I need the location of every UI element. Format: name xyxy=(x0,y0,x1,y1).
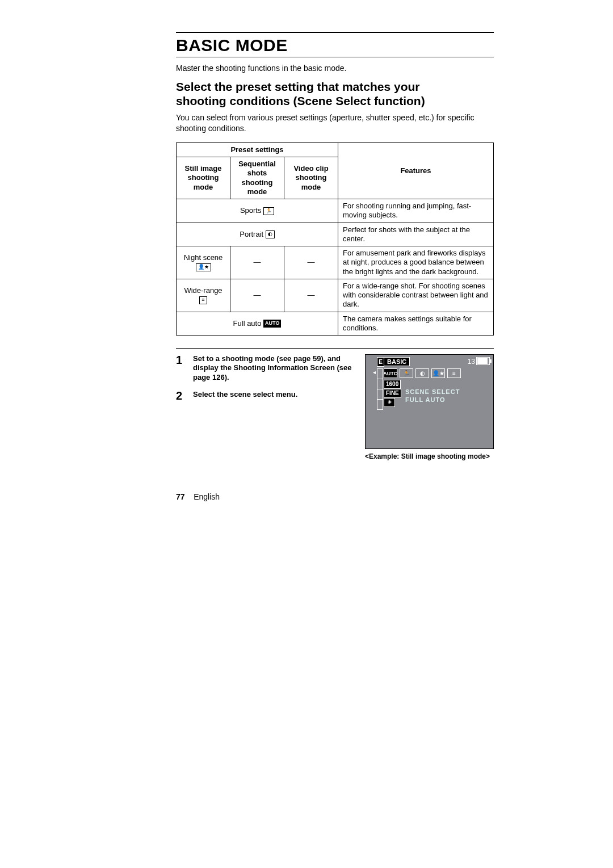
cell-sports-label: Sports 🏃 xyxy=(177,199,338,223)
header-seq: Sequential shots shooting mode xyxy=(230,157,284,199)
lcd-ico-portrait-icon: ◐ xyxy=(415,368,429,378)
rule-under-title xyxy=(176,57,494,57)
cell-night-label: Night scene 👤★ xyxy=(177,246,230,279)
rule-steps xyxy=(176,348,494,349)
lcd-screenshot: E BASIC 13 AUTO 🏃 ◐ 👤★ ≡ xyxy=(365,354,494,449)
lcd-wb-badge: ☀ xyxy=(384,398,395,407)
table-header-row: Preset settings Features xyxy=(177,142,494,157)
step-1-number: 1 xyxy=(176,354,185,382)
lcd-label-scene: SCENE SELECT xyxy=(405,388,460,395)
row-wide: Wide-range ≡ — — For a wide-range shot. … xyxy=(177,279,494,312)
cell-night-seq: — xyxy=(230,246,284,279)
auto-icon: AUTO xyxy=(263,320,281,328)
section-heading-line2: shooting conditions (Scene Select functi… xyxy=(176,94,425,107)
lcd-res-badge: 1600 xyxy=(384,380,401,389)
cell-wide-label: Wide-range ≡ xyxy=(177,279,230,312)
lcd-side-seg xyxy=(377,368,383,379)
lcd-side-seg xyxy=(377,399,383,410)
row-auto: Full auto AUTO The camera makes settings… xyxy=(177,312,494,336)
night-text: Night scene xyxy=(184,253,223,262)
page-number: 77 xyxy=(176,492,185,501)
lcd-scene-icon-row: AUTO 🏃 ◐ 👤★ ≡ xyxy=(384,368,461,378)
cell-wide-video: — xyxy=(284,279,338,312)
step-2-text: Select the scene select menu. xyxy=(193,390,297,401)
sports-text: Sports xyxy=(240,206,262,215)
step-2-number: 2 xyxy=(176,390,185,401)
wide-text: Wide-range xyxy=(184,286,222,295)
header-preset: Preset settings xyxy=(177,142,338,157)
lcd-ico-wide-icon: ≡ xyxy=(447,368,461,378)
portrait-icon: ◐ xyxy=(266,230,275,238)
page-title: BASIC MODE xyxy=(176,36,494,54)
scene-table: Preset settings Features Still image sho… xyxy=(176,142,494,336)
portrait-text: Portrait xyxy=(240,230,263,238)
page-footer: 77 English xyxy=(176,492,220,501)
lcd-shot-count: 13 xyxy=(468,357,475,366)
lcd-tab-basic: BASIC xyxy=(384,357,410,366)
rule-top xyxy=(176,32,494,33)
header-features: Features xyxy=(338,142,494,199)
wide-icon: ≡ xyxy=(199,296,207,304)
cell-portrait-label: Portrait ◐ xyxy=(177,223,338,246)
cell-portrait-feat: Perfect for shots with the subject at th… xyxy=(338,223,494,246)
row-night: Night scene 👤★ — — For amusement park an… xyxy=(177,246,494,279)
lcd-side-seg xyxy=(377,389,383,400)
cell-auto-feat: The camera makes settings suitable for c… xyxy=(338,312,494,336)
page-language: English xyxy=(194,492,220,501)
cell-night-feat: For amusement park and fireworks display… xyxy=(338,246,494,279)
section-heading-line1: Select the preset setting that matches y… xyxy=(176,80,419,93)
lcd-side-bar xyxy=(377,368,383,431)
cell-auto-label: Full auto AUTO xyxy=(177,312,338,336)
cell-wide-feat: For a wide-range shot. For shooting scen… xyxy=(338,279,494,312)
cell-night-video: — xyxy=(284,246,338,279)
section-heading: Select the preset setting that matches y… xyxy=(176,80,494,107)
night-icon: 👤★ xyxy=(196,263,211,271)
row-sports: Sports 🏃 For shooting running and jumpin… xyxy=(177,199,494,223)
lcd-ico-sports-icon: 🏃 xyxy=(400,368,413,378)
sports-icon: 🏃 xyxy=(263,207,274,215)
cell-sports-feat: For shooting running and jumping, fast-m… xyxy=(338,199,494,223)
battery-icon xyxy=(476,357,490,365)
row-portrait: Portrait ◐ Perfect for shots with the su… xyxy=(177,223,494,246)
lcd-ico-auto: AUTO xyxy=(384,368,397,378)
step-2: 2 Select the scene select menu. xyxy=(176,390,355,401)
step-1: 1 Set to a shooting mode (see page 59), … xyxy=(176,354,355,382)
lcd-label-full: FULL AUTO xyxy=(405,396,446,403)
cell-wide-seq: — xyxy=(230,279,284,312)
lcd-caption: <Example: Still image shooting mode> xyxy=(365,452,494,462)
header-still: Still image shooting mode xyxy=(177,157,230,199)
lcd-fine-badge: FINE xyxy=(384,389,401,398)
auto-text: Full auto xyxy=(233,319,262,328)
intro-text: Master the shooting functions in the bas… xyxy=(176,63,494,74)
header-video: Video clip shooting mode xyxy=(284,157,338,199)
lcd-ico-night-icon: 👤★ xyxy=(431,368,445,378)
step-1-text: Set to a shooting mode (see page 59), an… xyxy=(193,354,355,382)
lcd-side-seg xyxy=(377,379,383,389)
section-desc: You can select from various preset setti… xyxy=(176,112,494,135)
